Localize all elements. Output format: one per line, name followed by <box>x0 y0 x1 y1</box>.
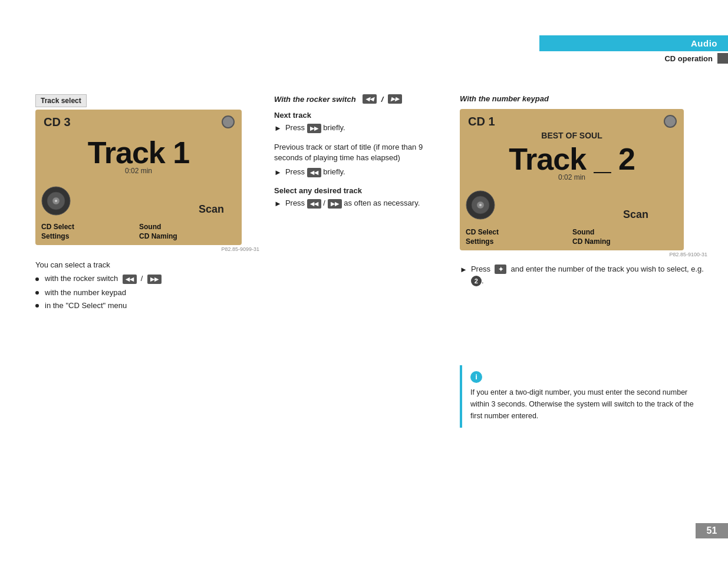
prev-track-text: Press ◀◀ briefly. <box>285 167 345 177</box>
btn-star: ✦ <box>495 265 506 274</box>
cd-number-left: CD 3 <box>44 115 71 128</box>
menu-cd-naming-left: CD Naming <box>139 232 236 240</box>
bullet-item-3: in the "CD Select" menu <box>35 301 242 310</box>
svg-point-7 <box>479 204 482 206</box>
left-panel: Track select CD 3 Track 1 0:02 min Scan … <box>35 94 259 314</box>
cd-operation-label: CD operation <box>664 54 717 63</box>
vinyl-right <box>466 190 495 220</box>
audio-bar: Audio <box>539 35 728 51</box>
cd-display-right: CD 1 BEST OF SOUL Track _ 2 0:02 min Sca… <box>460 109 684 250</box>
next-track-text: Press ▶▶ briefly. <box>285 123 345 133</box>
cd-scan-left: Scan <box>199 203 224 216</box>
prev-track-instruction: ► Press ◀◀ briefly. <box>274 167 445 178</box>
btn-prev-bullet: ◀◀ <box>123 275 137 284</box>
cd-time-left: 0:02 min <box>44 167 233 175</box>
audio-label: Audio <box>691 38 717 48</box>
right-title: With the number keypad <box>460 94 707 103</box>
right-instruction-text: Press ✦ and enter the number of the trac… <box>471 263 707 286</box>
vinyl-left <box>41 186 71 216</box>
bullet-dot-3 <box>35 304 39 308</box>
cd-subtitle-right: BEST OF SOUL <box>468 131 676 140</box>
btn-prev-briefly: ◀◀ <box>307 168 321 177</box>
right-instruction: ► Press ✦ and enter the number of the tr… <box>460 263 707 286</box>
cd-menu-right: CD Select Sound Settings CD Naming <box>466 228 678 246</box>
arrow-sym-3: ► <box>274 199 282 209</box>
part-number-right: P82.85-9100-31 <box>460 252 707 257</box>
menu-cd-select-right: CD Select <box>466 228 571 236</box>
prev-track-label: Previous track or start of title (if mor… <box>274 142 445 163</box>
part-number-left: P82.85-9099-31 <box>35 246 259 252</box>
middle-panel: With the rocker switch ◀◀ / ▶▶ Next trac… <box>274 94 445 213</box>
arrow-sym-right: ► <box>460 264 467 276</box>
btn-next-rocker: ▶▶ <box>388 94 402 104</box>
bullet-item-2: with the number keypad <box>35 288 242 297</box>
arrow-sym-1: ► <box>274 123 282 134</box>
bullet-intro: You can select a track <box>35 260 242 269</box>
bullet-text-3: in the "CD Select" menu <box>45 301 127 310</box>
menu-cd-select-left: CD Select <box>41 223 138 231</box>
btn-next-briefly: ▶▶ <box>307 124 321 133</box>
cd-operation-bar: CD operation <box>539 51 728 65</box>
info-icon: i <box>470 371 482 383</box>
track-select-label: Track select <box>35 94 87 107</box>
menu-cd-naming-right: CD Naming <box>572 237 678 246</box>
cd-scan-right: Scan <box>623 209 648 221</box>
cd-track-big-right: Track _ 2 <box>468 141 676 177</box>
arrow-sym-2: ► <box>274 167 282 178</box>
svg-point-3 <box>55 200 57 202</box>
bullet-dot-2 <box>35 291 39 295</box>
bullet-section: You can select a track with the rocker s… <box>35 260 242 310</box>
menu-sound-left: Sound <box>139 223 236 231</box>
next-track-instruction: ► Press ▶▶ briefly. <box>274 123 445 134</box>
btn-next-bullet: ▶▶ <box>147 275 162 284</box>
rocker-switch-title: With the rocker switch ◀◀ / ▶▶ <box>274 94 445 104</box>
select-track-label: Select any desired track <box>274 186 445 195</box>
select-track-instruction: ► Press ◀◀ / ▶▶ as often as necessary. <box>274 198 445 209</box>
cd-number-right: CD 1 <box>468 115 495 128</box>
btn-prev-rocker: ◀◀ <box>363 94 377 104</box>
cd-time-right: 0:02 min <box>468 173 676 181</box>
info-box: i If you enter a two-digit number, you m… <box>460 365 707 428</box>
next-track-label: Next track <box>274 111 445 120</box>
bullet-dot-1 <box>35 277 39 281</box>
menu-settings-right: Settings <box>466 237 571 246</box>
bullet-item-1: with the rocker switch ◀◀ / ▶▶ <box>35 274 242 284</box>
number-badge: 2 <box>471 276 482 286</box>
cd-display-left: CD 3 Track 1 0:02 min Scan CD Select Sou… <box>35 110 242 245</box>
btn-select-prev: ◀◀ <box>307 199 321 209</box>
bullet-text-1: with the rocker switch ◀◀ / ▶▶ <box>45 274 162 284</box>
info-text: If you enter a two-digit number, you mus… <box>470 386 699 422</box>
page-number: 51 <box>696 523 728 538</box>
cd-disc-icon-right <box>664 115 677 128</box>
cd-menu-left: CD Select Sound Settings CD Naming <box>41 223 236 240</box>
cd-track-big-left: Track 1 <box>44 135 233 170</box>
btn-select-next: ▶▶ <box>328 199 342 209</box>
header-area: Audio CD operation <box>539 35 728 65</box>
rocker-title-text: With the rocker switch <box>274 95 356 104</box>
bullet-text-2: with the number keypad <box>45 288 126 297</box>
cd-operation-box-icon <box>717 53 728 64</box>
cd-disc-icon-left <box>222 115 235 128</box>
select-track-text: Press ◀◀ / ▶▶ as often as necessary. <box>285 198 420 209</box>
right-panel: With the number keypad CD 1 BEST OF SOUL… <box>460 94 707 286</box>
menu-settings-left: Settings <box>41 232 138 240</box>
menu-sound-right: Sound <box>572 228 678 236</box>
